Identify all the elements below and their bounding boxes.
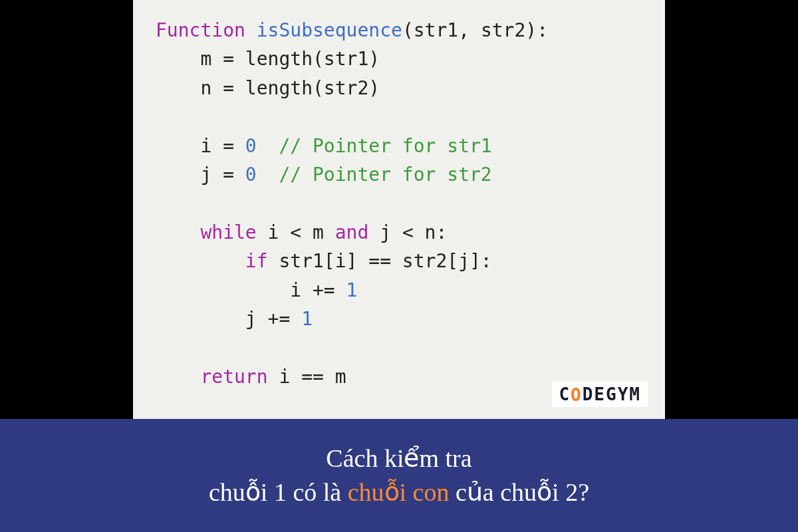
stage: Function isSubsequence(str1, str2): m = … — [0, 0, 798, 532]
literal-one: 1 — [346, 279, 358, 301]
caption-text-a: chuỗi 1 có là — [209, 478, 348, 506]
caption-text-b: của chuỗi 2? — [449, 478, 589, 506]
caption-line-1: Cách kiểm tra — [326, 442, 471, 475]
i-increment-lhs: i += — [156, 279, 346, 301]
caption-highlight: chuỗi con — [348, 478, 450, 506]
logo-text-post: DEGYM — [583, 384, 641, 404]
comment-j: // Pointer for str2 — [257, 164, 492, 186]
if-cond: str1[i] == str2[j]: — [268, 250, 492, 272]
j-increment-lhs: j += — [156, 308, 301, 330]
code-card: Function isSubsequence(str1, str2): m = … — [133, 0, 665, 419]
literal-one: 1 — [301, 308, 313, 330]
keyword-return: return — [200, 366, 267, 388]
params: (str1, str2): — [402, 19, 548, 41]
keyword-and: and — [335, 221, 369, 243]
brand-logo: CODEGYM — [552, 382, 648, 407]
keyword-function: Function — [156, 19, 245, 41]
comment-i: // Pointer for str1 — [257, 135, 492, 157]
keyword-if: if — [245, 250, 268, 272]
literal-zero: 0 — [245, 135, 257, 157]
logo-accent-icon: O — [571, 385, 583, 405]
pseudocode-block: Function isSubsequence(str1, str2): m = … — [156, 16, 652, 391]
function-name: isSubsequence — [257, 19, 402, 41]
logo-text-pre: C — [559, 384, 571, 404]
line-n: n = length(str2) — [156, 77, 380, 99]
j-assign-lhs: j = — [156, 164, 245, 186]
while-cond-a: i < m — [257, 221, 335, 243]
line-m: m = length(str1) — [156, 48, 380, 70]
keyword-while: while — [200, 221, 256, 243]
while-cond-b: j < n: — [368, 221, 447, 243]
caption-banner: Cách kiểm tra chuỗi 1 có là chuỗi con củ… — [0, 419, 798, 532]
i-assign-lhs: i = — [156, 135, 245, 157]
caption-line-2: chuỗi 1 có là chuỗi con của chuỗi 2? — [209, 475, 589, 509]
return-expr: i == m — [268, 366, 346, 388]
literal-zero: 0 — [245, 164, 257, 186]
